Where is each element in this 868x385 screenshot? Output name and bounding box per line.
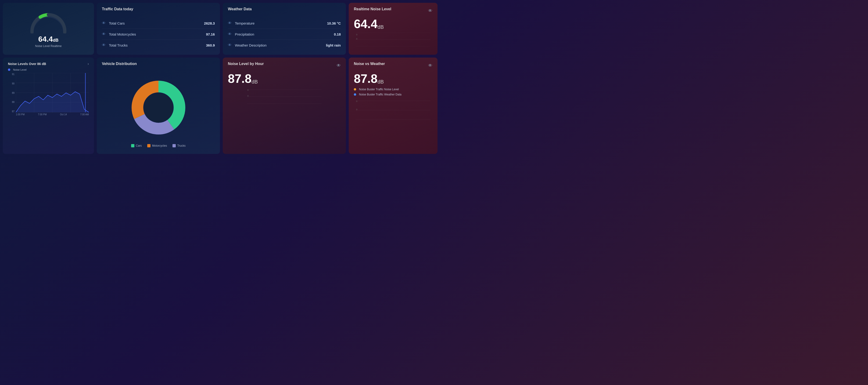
gauge-svg (27, 10, 69, 33)
weather-value-temp: 10.36 °C (327, 21, 341, 25)
weather-row-temp: 👁 Temperature 10.36 °C (228, 18, 341, 29)
nvw-chart-area: 0 0 (354, 98, 432, 113)
chart-plot (16, 73, 89, 113)
traffic-value-trucks: 360.9 (206, 43, 215, 47)
chevron-icon[interactable]: › (88, 62, 89, 66)
y-label-90: 90 (8, 82, 14, 85)
legend-motorcycles: Motorcycles (147, 144, 167, 147)
noise-hour-title-row: Noise Level by Hour 👁 (228, 62, 341, 69)
svg-text:0: 0 (356, 108, 358, 111)
y-label-87: 87 (8, 110, 14, 113)
weather-title-row: Weather Data (228, 7, 341, 14)
nvw-label-noise: Noise Buster Traffic Noise Level (359, 88, 399, 91)
rt-noise-value-row: 64.4dB (354, 18, 432, 30)
svg-text:0: 0 (356, 100, 358, 102)
svg-text:0: 0 (248, 95, 249, 97)
rt-noise-unit: dB (377, 24, 384, 30)
y-label-89: 89 (8, 92, 14, 94)
eye-icon-desc: 👁 (228, 43, 231, 47)
eye-icon-rt[interactable]: 👁 (428, 8, 432, 13)
rt-chart-area: 0 0 (354, 32, 432, 47)
chart-legend: Noise Level (8, 68, 89, 71)
nvw-title-row: Noise vs Weather 👁 (354, 62, 432, 69)
noise-hour-chart: 0 0 (228, 87, 341, 101)
nvw-legend: Noise Buster Traffic Noise Level Noise B… (354, 88, 432, 96)
nvw-chart-svg: 0 0 (354, 98, 432, 122)
traffic-label-trucks: Total Trucks (109, 43, 206, 47)
donut-svg (126, 75, 191, 140)
weather-row-desc: 👁 Weather Description light rain (228, 40, 341, 51)
chart-title: Noise Levels Over 86 dB (8, 62, 46, 66)
weather-label-desc: Weather Description (235, 43, 326, 47)
traffic-row-motorcycles: 👁 Total Motorcycles 97.16 (102, 29, 215, 40)
nvw-legend-weather: Noise Buster Traffic Weather Data (354, 93, 432, 96)
swatch-motorcycles (147, 144, 151, 147)
swatch-trucks (173, 144, 176, 147)
traffic-row-trucks: 👁 Total Trucks 360.9 (102, 40, 215, 51)
weather-label-temp: Temperature (235, 21, 327, 25)
weather-label-precip: Precipitation (235, 32, 334, 36)
nvw-dot-noise (354, 88, 356, 91)
svg-text:0: 0 (356, 38, 358, 40)
eye-icon-hour[interactable]: 👁 (337, 63, 341, 68)
rt-noise-title: Realtime Noise Level (354, 7, 391, 11)
svg-point-20 (144, 93, 173, 122)
vehicle-title-row: Vehicle Distribution (102, 62, 215, 69)
weather-value-precip: 0.18 (334, 32, 341, 36)
swatch-cars (131, 144, 134, 147)
rt-chart-svg: 0 0 (354, 32, 432, 47)
chart-header: Noise Levels Over 86 dB › (8, 62, 89, 66)
svg-text:0: 0 (356, 33, 358, 36)
x-label-1pm: 1:00 PM (16, 113, 25, 120)
legend-trucks-label: Trucks (177, 144, 186, 147)
weather-value-desc: light rain (326, 43, 341, 47)
legend-cars: Cars (131, 144, 142, 147)
legend-motorcycles-label: Motorcycles (152, 144, 167, 147)
traffic-label-cars: Total Cars (109, 21, 204, 25)
x-label-7pm: 7:00 PM (38, 113, 46, 120)
gauge-container (27, 10, 69, 33)
noise-realtime-card: 64.4dB Noise Level Realtime (3, 3, 94, 55)
y-label-88: 88 (8, 101, 14, 103)
svg-text:0: 0 (248, 89, 249, 91)
chart-area: 91 90 89 88 87 (8, 73, 89, 120)
noise-weather-card: Noise vs Weather 👁 87.8dB Noise Buster T… (349, 58, 437, 154)
vehicle-dist-card: Vehicle Distribution Cars (97, 58, 220, 154)
chart-y-labels: 91 90 89 88 87 (8, 73, 14, 113)
eye-icon-motorcycles: 👁 (102, 32, 106, 36)
nvw-dot-weather (354, 93, 356, 96)
eye-icon-cars: 👁 (102, 21, 106, 25)
rt-noise-value: 64.4 (354, 17, 377, 31)
legend-trucks: Trucks (173, 144, 186, 147)
donut-container: Cars Motorcycles Trucks (102, 72, 215, 150)
traffic-title-row: Traffic Data today (102, 7, 215, 14)
traffic-label-motorcycles: Total Motorcycles (109, 32, 206, 36)
noise-hour-svg: 0 0 (228, 87, 341, 106)
x-label-7am: 7:00 AM (80, 113, 89, 120)
noise-hour-value: 87.8 (228, 72, 251, 85)
nvw-value: 87.8 (354, 72, 377, 85)
legend-cars-label: Cars (136, 144, 142, 147)
nvw-unit: dB (377, 79, 384, 85)
eye-icon-precip: 👁 (228, 32, 231, 36)
chart-svg (16, 73, 89, 113)
legend-dot-noise (8, 68, 10, 71)
nvw-title: Noise vs Weather (354, 62, 385, 66)
weather-card: Weather Data 👁 Temperature 10.36 °C 👁 Pr… (223, 3, 346, 55)
traffic-card: Traffic Data today 👁 Total Cars 2628.3 👁… (97, 3, 220, 55)
gauge-value: 64.4dB (38, 35, 58, 43)
weather-row-precip: 👁 Precipitation 0.18 (228, 29, 341, 40)
noise-hour-unit: dB (251, 79, 258, 85)
realtime-noise-card: Realtime Noise Level 👁 64.4dB 0 0 (349, 3, 437, 55)
noise-chart-card: Noise Levels Over 86 dB › Noise Level 91… (3, 58, 94, 154)
traffic-title: Traffic Data today (102, 7, 133, 11)
traffic-value-cars: 2628.3 (204, 21, 215, 25)
chart-x-labels: 1:00 PM 7:00 PM Oct 14 7:00 AM (16, 113, 89, 120)
noise-hour-title: Noise Level by Hour (228, 62, 264, 66)
donut-legend: Cars Motorcycles Trucks (131, 144, 186, 147)
traffic-value-motorcycles: 97.16 (206, 32, 215, 36)
vehicle-title: Vehicle Distribution (102, 62, 137, 66)
eye-icon-nvw[interactable]: 👁 (428, 63, 432, 68)
weather-title: Weather Data (228, 7, 252, 11)
eye-icon-temp: 👁 (228, 21, 231, 25)
